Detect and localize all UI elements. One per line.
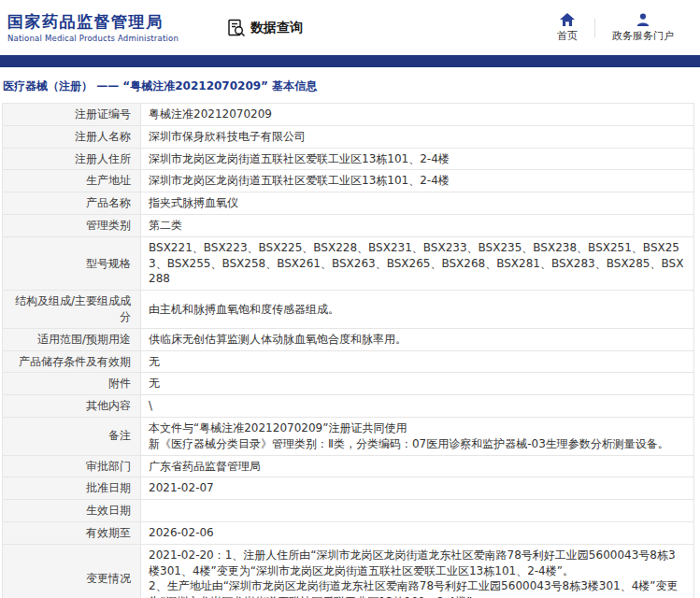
table-row: 批准日期 2021-02-07 [3,477,694,500]
nmpa-logo[interactable]: 国家药品监督管理局 National Medical Products Admi… [7,12,179,42]
nav-portal-label: 政务服务门户 [612,29,674,43]
row-value: 指夹式脉搏血氧仪 [141,192,694,215]
row-label: 审批部门 [3,455,141,477]
row-value: \ [141,395,694,418]
table-row: 其他内容 \ [3,395,694,418]
table-row: 审批部门 广东省药品监督管理局 [3,455,694,477]
row-label: 型号规格 [3,236,141,290]
row-label: 附件 [3,373,141,395]
table-row: 附件 无 [3,373,694,395]
row-value: 由主机和脉搏血氧饱和度传感器组成。 [141,291,694,329]
row-value: 粤械注准20212070209 [141,104,694,126]
table-row: 有效期至 2026-02-06 [3,521,694,544]
table-row: 结构及组成/主要组成成分 由主机和脉搏血氧饱和度传感器组成。 [3,291,694,329]
table-row: 适用范围/预期用途 供临床无创估算监测人体动脉血氧饱合度和脉率用。 [3,328,694,350]
breadcrumb: 医疗器械（注册） —— “粤械注准20212070209” 基本信息 [0,67,700,103]
table-row: 生效日期 [3,500,694,522]
document-search-icon [227,19,246,37]
nav-data-query[interactable]: 数据查询 [227,19,303,37]
table-row: 变更情况 2021-02-20：1、注册人住所由“深圳市龙岗区龙岗街道龙东社区爱… [3,544,694,598]
row-value: 第二类 [141,214,694,236]
row-label: 变更情况 [3,544,141,598]
row-value: 深圳市龙岗区龙岗街道五联社区爱联工业区13栋101、2-4楼 [141,170,694,192]
user-icon [636,13,650,26]
row-label: 注册人名称 [3,125,141,148]
info-table-body: 注册证编号 粤械注准20212070209 注册人名称 深圳市保身欣科技电子有限… [3,104,694,598]
nav-home[interactable]: 首页 [540,13,594,43]
row-label: 注册证编号 [3,104,141,126]
data-query-label: 数据查询 [250,20,303,36]
row-label: 产品名称 [3,192,141,215]
table-row: 产品储存条件及有效期 无 [3,350,694,373]
row-label: 其他内容 [3,395,141,418]
row-label: 管理类别 [3,214,141,236]
row-value: 2026-02-06 [141,521,694,544]
row-value [141,500,694,522]
logo-title: 国家药品监督管理局 [7,12,179,31]
row-value: 深圳市保身欣科技电子有限公司 [141,125,694,148]
row-label: 批准日期 [3,477,141,500]
row-value: 2021-02-20：1、注册人住所由“深圳市龙岗区龙岗街道龙东社区爱南路78号… [141,544,694,598]
row-label: 产品储存条件及有效期 [3,350,141,373]
table-row: 产品名称 指夹式脉搏血氧仪 [3,192,694,215]
table-row: 管理类别 第二类 [3,214,694,236]
row-value: 供临床无创估算监测人体动脉血氧饱合度和脉率用。 [141,328,694,350]
row-label: 备注 [3,417,141,455]
row-label: 注册人住所 [3,148,141,170]
row-label: 有效期至 [3,521,141,544]
row-label: 结构及组成/主要组成成分 [3,291,141,329]
row-value: 无 [141,350,694,373]
row-label: 适用范围/预期用途 [3,328,141,350]
table-row: 生产地址 深圳市龙岗区龙岗街道五联社区爱联工业区13栋101、2-4楼 [3,170,694,192]
header-divider-bar [0,55,700,67]
site-header: 国家药品监督管理局 National Medical Products Admi… [0,0,700,55]
row-value: 无 [141,373,694,395]
row-value: 本文件与“粤械注准20212070209”注册证共同使用 新《医疗器械分类目录》… [141,417,694,455]
table-row: 注册证编号 粤械注准20212070209 [3,104,694,126]
table-row: 注册人名称 深圳市保身欣科技电子有限公司 [3,125,694,148]
info-table: 注册证编号 粤械注准20212070209 注册人名称 深圳市保身欣科技电子有限… [2,103,694,598]
nav-portal[interactable]: 政务服务门户 [595,13,691,43]
table-row: 注册人住所 深圳市龙岗区龙岗街道五联社区爱联工业区13栋101、2-4楼 [3,148,694,170]
row-label: 生效日期 [3,500,141,522]
row-value: BSX221、BSX223、BSX225、BSX228、BSX231、BSX23… [141,236,694,290]
row-label: 生产地址 [3,170,141,192]
logo-subtitle: National Medical Products Administration [7,34,179,43]
nav-home-label: 首页 [557,29,578,43]
row-value: 2021-02-07 [141,477,694,500]
header-right-nav: 首页 政务服务门户 [540,13,691,43]
table-row: 备注 本文件与“粤械注准20212070209”注册证共同使用 新《医疗器械分类… [3,417,694,455]
row-value: 深圳市龙岗区龙岗街道五联社区爱联工业区13栋101、2-4楼 [141,148,694,170]
row-value: 广东省药品监督管理局 [141,455,694,477]
table-row: 型号规格 BSX221、BSX223、BSX225、BSX228、BSX231、… [3,236,694,290]
home-icon [560,13,575,26]
